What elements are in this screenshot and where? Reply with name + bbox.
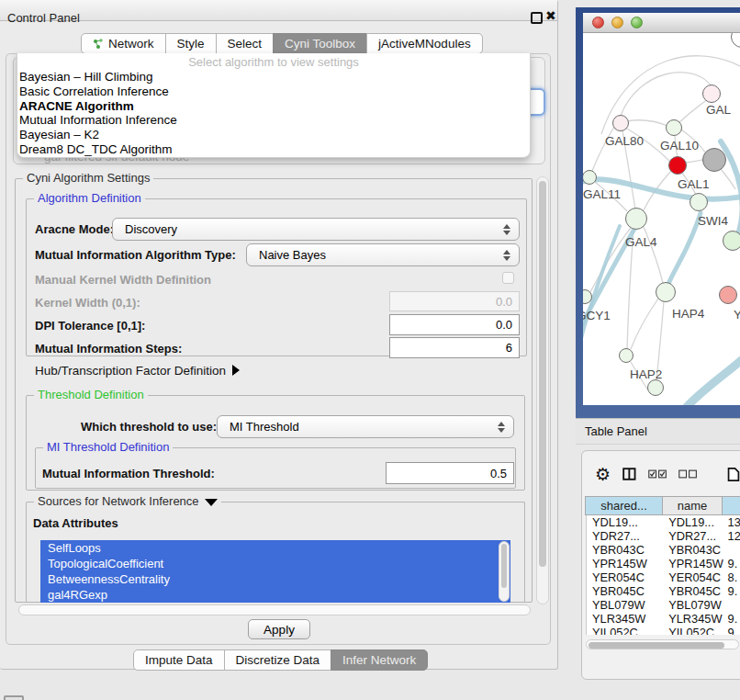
tab-jactivemnodules[interactable]: jActiveMNodules bbox=[366, 33, 483, 54]
network-node-gal1[interactable] bbox=[668, 156, 687, 175]
network-node-swi4[interactable] bbox=[690, 193, 708, 211]
network-node[interactable] bbox=[647, 379, 664, 396]
network-window-titlebar[interactable] bbox=[583, 13, 740, 33]
tab-label: Discretize Data bbox=[236, 653, 320, 667]
table-row[interactable]: YDL19...YDL19...13 bbox=[587, 515, 740, 529]
table-cell: YER054C bbox=[587, 570, 663, 584]
table-cell: YBL079W bbox=[663, 598, 723, 612]
select-all-checkboxes-icon[interactable] bbox=[648, 469, 667, 480]
table-row[interactable]: YBR043CYBR043C bbox=[587, 543, 740, 557]
mi-threshold-label: Mutual Information Threshold: bbox=[42, 467, 215, 480]
table-cell: 9. bbox=[723, 626, 740, 635]
scrollbar-thumb[interactable] bbox=[589, 642, 724, 649]
tab-style[interactable]: Style bbox=[165, 33, 217, 54]
node-label: SWI4 bbox=[698, 214, 728, 228]
attribute-item[interactable]: gal4RGexp bbox=[40, 587, 510, 603]
dpi-tolerance-field[interactable]: 0.0 bbox=[389, 314, 520, 335]
manual-kernel-label: Manual Kernel Width Definition bbox=[35, 273, 211, 287]
which-threshold-select[interactable]: MI Threshold bbox=[217, 415, 514, 438]
dropdown-item[interactable]: ARACNE Algorithm bbox=[17, 99, 530, 114]
apply-button[interactable]: Apply bbox=[248, 619, 310, 639]
column-header[interactable]: name bbox=[662, 496, 723, 515]
table-horizontal-scrollbar[interactable] bbox=[586, 639, 739, 649]
table-panel-titlebar[interactable]: Table Panel bbox=[576, 418, 740, 445]
network-node[interactable] bbox=[702, 148, 726, 172]
attribute-item[interactable]: SelfLoops bbox=[40, 540, 510, 556]
table-body: YDL19...YDL19...13YDR27...YDR27...12YBR0… bbox=[586, 515, 740, 635]
sources-title[interactable]: Sources for Network Inference bbox=[34, 494, 221, 508]
network-node-gal[interactable] bbox=[702, 85, 721, 103]
settings-horizontal-scrollbar[interactable] bbox=[18, 604, 531, 615]
network-node-gal10[interactable] bbox=[666, 119, 682, 136]
control-panel-titlebar[interactable] bbox=[0, 0, 557, 21]
table-header-row: shared...nameA bbox=[586, 496, 740, 515]
close-icon[interactable]: ✖ bbox=[545, 9, 556, 22]
table-row[interactable]: YLR345WYLR345W9. bbox=[587, 612, 740, 626]
attribute-item[interactable]: TopologicalCoefficient bbox=[40, 556, 510, 571]
network-view-window: GALGAL80GAL10GAL1GAL11SWI4GAL4GCY1HAP4YH… bbox=[576, 7, 740, 418]
node-label: GCY1 bbox=[583, 309, 611, 322]
table-row[interactable]: YBL079WYBL079W bbox=[587, 598, 740, 612]
aracne-mode-select[interactable]: Discovery bbox=[112, 218, 520, 241]
network-canvas[interactable]: GALGAL80GAL10GAL1GAL11SWI4GAL4GCY1HAP4YH… bbox=[583, 33, 740, 405]
kernel-width-field[interactable]: 0.0 bbox=[389, 291, 520, 311]
dropdown-item[interactable]: Bayesian – Hill Climbing bbox=[17, 70, 530, 85]
manual-kernel-checkbox[interactable] bbox=[502, 272, 514, 284]
tab-label: Infer Network bbox=[342, 653, 416, 667]
tab-infer-network[interactable]: Infer Network bbox=[331, 649, 428, 671]
table-row[interactable]: YPR145WYPR145W9. bbox=[587, 557, 740, 570]
column-layout-icon[interactable] bbox=[622, 466, 636, 482]
tab-network[interactable]: Network bbox=[81, 33, 166, 54]
zoom-traffic-light-icon[interactable] bbox=[631, 17, 643, 28]
document-icon[interactable] bbox=[727, 465, 740, 484]
column-header[interactable]: shared... bbox=[585, 496, 663, 515]
tab-discretize-data[interactable]: Discretize Data bbox=[224, 649, 332, 671]
float-window-icon[interactable] bbox=[531, 12, 543, 24]
attributes-list-scrollbar[interactable] bbox=[499, 541, 510, 602]
deselect-checkboxes-icon[interactable] bbox=[678, 469, 697, 480]
settings-vertical-scrollbar[interactable] bbox=[536, 176, 549, 604]
spinner-arrows-icon bbox=[498, 422, 505, 433]
hub-definition-disclosure[interactable]: Hub/Transcription Factor Definition bbox=[35, 364, 240, 378]
table-row[interactable]: YER054CYER054C8. bbox=[587, 570, 740, 584]
node-label: GAL4 bbox=[625, 235, 657, 249]
mi-steps-field[interactable]: 6 bbox=[389, 337, 520, 358]
minimize-traffic-light-icon[interactable] bbox=[611, 17, 623, 28]
attribute-item[interactable]: BetweennessCentrality bbox=[40, 571, 510, 587]
mi-threshold-field[interactable]: 0.5 bbox=[386, 462, 514, 484]
dropdown-item[interactable]: Dream8 DC_TDC Algorithm bbox=[17, 142, 530, 157]
network-node-hap2[interactable] bbox=[619, 348, 633, 363]
tab-select[interactable]: Select bbox=[216, 33, 275, 54]
table-row[interactable]: YDR27...YDR27...12 bbox=[587, 529, 740, 543]
network-node-gal4[interactable] bbox=[625, 208, 647, 230]
tab-impute-data[interactable]: Impute Data bbox=[133, 649, 225, 671]
dropdown-item[interactable]: Basic Correlation Inference bbox=[17, 85, 530, 99]
dropdown-item[interactable]: Mutual Information Inference bbox=[17, 113, 530, 128]
mi-type-select[interactable]: Naive Bayes bbox=[246, 243, 520, 266]
table-cell: YDL19... bbox=[587, 515, 663, 529]
tab-label: jActiveMNodules bbox=[378, 37, 471, 51]
scrollbar-thumb[interactable] bbox=[539, 181, 546, 567]
gear-icon[interactable]: ⚙ bbox=[595, 466, 611, 483]
close-traffic-light-icon[interactable] bbox=[592, 17, 604, 28]
table-cell: YIL052C bbox=[587, 626, 663, 635]
network-node-hap4[interactable] bbox=[656, 282, 676, 302]
column-header[interactable]: A bbox=[722, 496, 740, 515]
table-cell: YLR345W bbox=[663, 612, 723, 626]
table-row[interactable]: YBR045CYBR045C9. bbox=[587, 584, 740, 598]
table-cell bbox=[723, 598, 740, 612]
table-row[interactable]: YIL052CYIL052C9. bbox=[587, 626, 740, 635]
node-label: HAP4 bbox=[672, 307, 704, 321]
dropdown-item[interactable]: Bayesian – K2 bbox=[17, 128, 530, 142]
collapsed-panel-icon[interactable] bbox=[4, 695, 24, 700]
network-icon bbox=[93, 39, 104, 50]
table-cell: YBR045C bbox=[663, 584, 723, 598]
scrollbar-thumb[interactable] bbox=[501, 544, 507, 588]
tab-label: Style bbox=[177, 37, 205, 51]
network-node[interactable] bbox=[723, 231, 740, 251]
table-cell: YPR145W bbox=[663, 557, 723, 570]
tab-cyni-toolbox[interactable]: Cyni Toolbox bbox=[273, 33, 367, 54]
network-node-gal80[interactable] bbox=[612, 115, 629, 131]
algorithm-dropdown-list: Select algorithm to view settings Bayesi… bbox=[17, 53, 531, 158]
network-node-y[interactable] bbox=[719, 286, 737, 304]
